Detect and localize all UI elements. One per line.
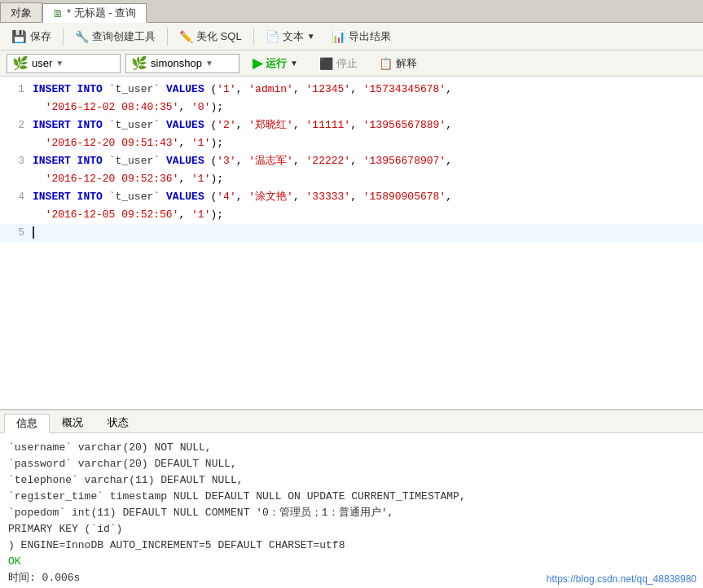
text-dropdown-icon: ▼ <box>307 32 315 41</box>
line-content-3: INSERT INTO `t_user` VALUES ('3', '温志军',… <box>33 152 703 188</box>
line-content-2: INSERT INTO `t_user` VALUES ('2', '郑晓红',… <box>33 116 703 152</box>
query-tab-icon: 🗎 <box>53 7 64 20</box>
info-line-3: `telephone` varchar(11) DEFAULT NULL, <box>8 472 695 489</box>
run-icon: ▶ <box>253 55 262 71</box>
info-content: `username` varchar(20) NOT NULL, `passwo… <box>0 433 703 588</box>
info-text-ok: OK <box>8 555 21 568</box>
export-icon: 📊 <box>332 30 345 43</box>
export-button[interactable]: 📊 导出结果 <box>324 26 398 47</box>
code-line-3: 3 INSERT INTO `t_user` VALUES ('3', '温志军… <box>0 152 703 188</box>
stop-label: 停止 <box>336 56 358 71</box>
info-line-4: `register_time` timestamp NULL DEFAULT N… <box>8 489 695 505</box>
code-line-4: 4 INSERT INTO `t_user` VALUES ('4', '涂文艳… <box>0 188 703 224</box>
save-label: 保存 <box>30 29 51 44</box>
beautify-icon: ✏️ <box>179 30 193 43</box>
beautify-label: 美化 SQL <box>196 29 242 44</box>
code-line-2: 2 INSERT INTO `t_user` VALUES ('2', '郑晓红… <box>0 116 703 152</box>
save-button[interactable]: 💾 保存 <box>4 26 59 47</box>
info-text-3: `telephone` varchar(11) DEFAULT NULL, <box>8 474 244 486</box>
stop-button[interactable]: ⬛ 停止 <box>311 55 366 72</box>
beautify-button[interactable]: ✏️ 美化 SQL <box>172 26 249 47</box>
text-icon: 📄 <box>266 30 279 43</box>
schema-arrow: ▼ <box>205 59 213 68</box>
info-line-6: PRIMARY KEY (`id`) <box>8 521 695 538</box>
tab-objects-label: 对象 <box>11 6 32 20</box>
line-num-1: 1 <box>0 81 33 99</box>
watermark: https://blog.csdn.net/qq_48838980 <box>547 573 696 585</box>
tab-query-label: * 无标题 - 查询 <box>67 6 136 20</box>
schema-selector[interactable]: 🌿 simonshop ▼ <box>125 54 239 73</box>
line-num-3: 3 <box>0 152 33 170</box>
tab-info-label: 信息 <box>16 416 37 431</box>
query-tool-label: 查询创建工具 <box>92 29 156 44</box>
line-num-5: 5 <box>0 224 33 242</box>
info-text-4: `register_time` timestamp NULL DEFAULT N… <box>8 490 466 502</box>
text-button[interactable]: 📄 文本 ▼ <box>258 26 323 47</box>
user-db-name: user <box>32 57 52 69</box>
explain-label: 解释 <box>396 56 417 71</box>
line-num-2: 2 <box>0 116 33 134</box>
watermark-text: https://blog.csdn.net/qq_48838980 <box>547 573 696 585</box>
bottom-tab-bar: 信息 概况 状态 <box>0 410 703 433</box>
code-editor[interactable]: 1 INSERT INTO `t_user` VALUES ('1', 'adm… <box>0 77 703 410</box>
explain-icon: 📋 <box>379 57 393 70</box>
explain-button[interactable]: 📋 解释 <box>371 55 425 72</box>
info-line-5: `popedom` int(11) DEFAULT NULL COMMENT '… <box>8 505 695 521</box>
tab-status[interactable]: 状态 <box>95 413 141 432</box>
selector-row: 🌿 user ▼ 🌿 simonshop ▼ ▶ 运行 ▼ ⬛ 停止 📋 解释 <box>0 50 703 77</box>
export-label: 导出结果 <box>349 29 391 44</box>
tab-overview-label: 概况 <box>62 415 83 430</box>
line-content-5 <box>33 224 703 242</box>
info-text-1: `username` varchar(20) NOT NULL, <box>8 441 212 454</box>
bottom-panel: 信息 概况 状态 `username` varchar(20) NOT NULL… <box>0 410 703 588</box>
code-line-1: 1 INSERT INTO `t_user` VALUES ('1', 'adm… <box>0 81 703 116</box>
run-dropdown-icon: ▼ <box>290 59 298 68</box>
tab-query[interactable]: 🗎 * 无标题 - 查询 <box>42 3 147 23</box>
save-icon: 💾 <box>11 29 27 44</box>
line-num-4: 4 <box>0 188 33 206</box>
info-line-1: `username` varchar(20) NOT NULL, <box>8 440 695 456</box>
tab-objects[interactable]: 对象 <box>0 2 42 22</box>
info-text-2: `password` varchar(20) DEFAULT NULL, <box>8 458 237 470</box>
info-text-time: 时间: 0.006s <box>8 572 80 584</box>
info-line-2: `password` varchar(20) DEFAULT NULL, <box>8 456 695 472</box>
run-button[interactable]: ▶ 运行 ▼ <box>244 54 306 72</box>
sep-1 <box>63 28 64 46</box>
run-label: 运行 <box>266 56 287 71</box>
schema-name: simonshop <box>151 57 202 69</box>
sep-3 <box>253 28 254 46</box>
line-content-4: INSERT INTO `t_user` VALUES ('4', '涂文艳',… <box>33 188 703 224</box>
info-text-6: PRIMARY KEY (`id`) <box>8 523 122 535</box>
stop-icon: ⬛ <box>319 57 333 70</box>
info-text-7: ) ENGINE=InnoDB AUTO_INCREMENT=5 DEFAULT… <box>8 539 345 551</box>
info-text-5: `popedom` int(11) DEFAULT NULL COMMENT '… <box>8 507 393 519</box>
tab-status-label: 状态 <box>108 415 129 430</box>
user-db-icon: 🌿 <box>12 55 29 71</box>
query-tool-icon: 🔧 <box>75 30 89 43</box>
line-content-1: INSERT INTO `t_user` VALUES ('1', 'admin… <box>33 81 703 116</box>
info-line-7: ) ENGINE=InnoDB AUTO_INCREMENT=5 DEFAULT… <box>8 538 695 554</box>
user-selector[interactable]: 🌿 user ▼ <box>7 54 121 73</box>
toolbar: 💾 保存 🔧 查询创建工具 ✏️ 美化 SQL 📄 文本 ▼ 📊 导出结果 <box>0 23 703 50</box>
user-db-arrow: ▼ <box>55 59 64 68</box>
code-line-5: 5 <box>0 224 703 242</box>
tab-bar: 对象 🗎 * 无标题 - 查询 <box>0 0 703 23</box>
text-label: 文本 <box>283 29 304 44</box>
query-tool-button[interactable]: 🔧 查询创建工具 <box>68 26 163 47</box>
info-line-ok: OK <box>8 554 695 570</box>
tab-overview[interactable]: 概况 <box>50 413 95 432</box>
tab-info[interactable]: 信息 <box>4 414 50 433</box>
sep-2 <box>167 28 168 46</box>
schema-icon: 🌿 <box>131 55 147 71</box>
